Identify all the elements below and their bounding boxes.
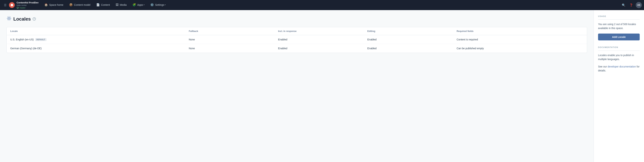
user-avatar[interactable]: AS bbox=[636, 2, 642, 8]
table-row[interactable]: German (Germany) (de-DE) None Enabled En… bbox=[7, 44, 587, 53]
cell-locale-0: U.S. English (en-US) DEFAULT bbox=[7, 35, 185, 44]
add-locale-button[interactable]: Add Locale bbox=[598, 34, 640, 40]
default-badge: DEFAULT bbox=[35, 38, 46, 41]
documentation-section-title: DOCUMENTATION bbox=[598, 46, 640, 48]
sidebar: USAGE You are using 2 out of 500 locales… bbox=[594, 10, 644, 162]
cell-locale-1: German (Germany) (de-DE) bbox=[7, 44, 185, 53]
cell-incl-0: Enabled bbox=[274, 35, 364, 44]
brand-text-block: Contentful ProdDev Help center master bbox=[16, 1, 38, 9]
nav-right-area: 🔍 ❓ AS bbox=[620, 2, 642, 8]
usage-section-title: USAGE bbox=[598, 15, 640, 17]
doc-intro-text: Locales enable you to publish in multipl… bbox=[598, 53, 640, 61]
sidebar-documentation-section: DOCUMENTATION Locales enable you to publ… bbox=[598, 46, 640, 73]
col-header-required-fields: Required fields bbox=[453, 27, 587, 35]
nav-items-list: 🏠 Space home 📦 Content model 📄 Content 🖼… bbox=[42, 0, 620, 10]
svg-point-0 bbox=[17, 7, 18, 9]
locales-gear-icon bbox=[6, 16, 12, 22]
hamburger-button[interactable]: ☰ bbox=[2, 2, 8, 8]
cell-required-1: Can be published empty bbox=[453, 44, 587, 53]
brand-app-name: Contentful ProdDev bbox=[16, 1, 38, 4]
cell-editing-1: Enabled bbox=[364, 44, 453, 53]
nav-item-content-model[interactable]: 📦 Content model bbox=[66, 0, 93, 10]
apps-icon: 🧩 bbox=[132, 3, 136, 7]
help-icon: ❓ bbox=[630, 4, 633, 7]
developer-documentation-link[interactable]: developer documentation bbox=[608, 65, 636, 68]
page-help-button[interactable]: ? bbox=[32, 17, 36, 21]
page-header: Locales ? bbox=[6, 16, 587, 22]
settings-chevron-icon: ▾ bbox=[165, 4, 166, 6]
nav-item-content[interactable]: 📄 Content bbox=[93, 0, 113, 10]
nav-item-settings[interactable]: ⚙️ Settings ▾ bbox=[148, 0, 169, 10]
help-button[interactable]: ❓ bbox=[628, 2, 634, 8]
page-container: Locales ? Locale Fallback Incl. in respo… bbox=[0, 10, 644, 162]
col-header-editing: Editing bbox=[364, 27, 453, 35]
search-icon: 🔍 bbox=[622, 4, 626, 7]
brand-sub-label: Help center bbox=[16, 4, 38, 7]
brand-area: Contentful ProdDev Help center master bbox=[9, 1, 42, 9]
branch-icon bbox=[16, 7, 19, 9]
svg-point-1 bbox=[8, 18, 10, 19]
table-row[interactable]: U.S. English (en-US) DEFAULT None Enable… bbox=[7, 35, 587, 44]
locales-table: Locale Fallback Incl. in response Editin… bbox=[6, 27, 587, 53]
content-model-icon: 📦 bbox=[69, 3, 73, 7]
nav-item-media[interactable]: 🖼 Media bbox=[113, 0, 130, 10]
apps-chevron-icon: ▾ bbox=[144, 4, 144, 6]
brand-logo bbox=[9, 2, 15, 8]
nav-item-space-home[interactable]: 🏠 Space home bbox=[42, 0, 66, 10]
col-header-fallback: Fallback bbox=[185, 27, 274, 35]
page-title: Locales bbox=[13, 16, 31, 22]
usage-text: You are using 2 out of 500 locales avail… bbox=[598, 22, 640, 30]
search-button[interactable]: 🔍 bbox=[620, 2, 627, 8]
table-header: Locale Fallback Incl. in response Editin… bbox=[7, 27, 587, 35]
doc-see-text: See our developer documentation for deta… bbox=[598, 65, 640, 73]
col-header-incl-in-response: Incl. in response bbox=[274, 27, 364, 35]
cell-editing-0: Enabled bbox=[364, 35, 453, 44]
nav-item-apps[interactable]: 🧩 Apps ▾ bbox=[130, 0, 148, 10]
cell-incl-1: Enabled bbox=[274, 44, 364, 53]
content-icon: 📄 bbox=[96, 3, 100, 7]
cell-required-0: Content is required bbox=[453, 35, 587, 44]
col-header-locale: Locale bbox=[7, 27, 185, 35]
top-navigation: ☰ Contentful ProdDev Help center master … bbox=[0, 0, 644, 10]
home-icon: 🏠 bbox=[44, 3, 48, 7]
cell-fallback-0: None bbox=[185, 35, 274, 44]
main-content: Locales ? Locale Fallback Incl. in respo… bbox=[0, 10, 594, 162]
brand-branch: master bbox=[16, 7, 38, 9]
media-icon: 🖼 bbox=[116, 3, 118, 7]
sidebar-usage-section: USAGE You are using 2 out of 500 locales… bbox=[598, 15, 640, 40]
cell-fallback-1: None bbox=[185, 44, 274, 53]
settings-icon: ⚙️ bbox=[150, 3, 154, 7]
usage-divider bbox=[598, 20, 640, 20]
